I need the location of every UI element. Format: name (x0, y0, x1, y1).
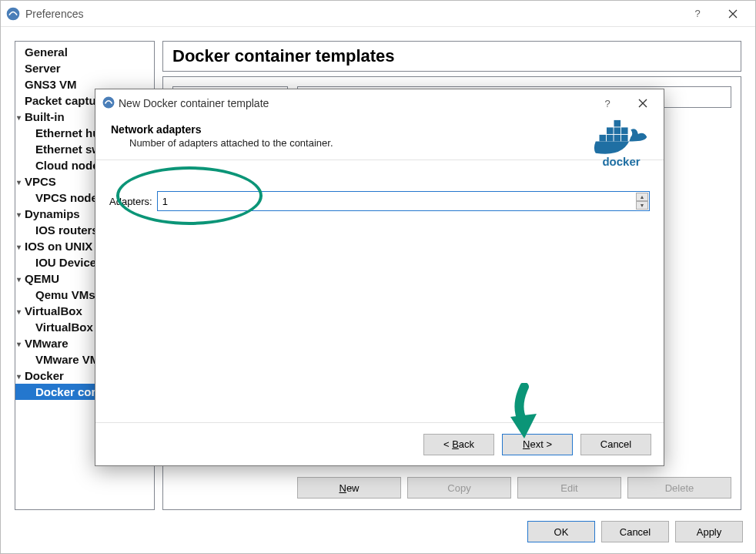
sidebar-item-label: VMware (25, 337, 69, 350)
svg-rect-8 (621, 127, 628, 134)
adapters-input[interactable] (158, 192, 649, 210)
back-button[interactable]: < Back (423, 434, 494, 455)
new-button[interactable]: New (297, 477, 401, 499)
sidebar-item-label: IOS on UNIX (25, 240, 92, 253)
prefs-title: Preferences (25, 8, 83, 20)
close-icon[interactable] (715, 2, 751, 25)
app-icon (5, 6, 21, 22)
copy-button[interactable]: Copy (407, 477, 511, 499)
chevron-down-icon: ▾ (17, 307, 25, 316)
svg-rect-4 (614, 135, 621, 142)
dialog-help-icon[interactable]: ? (590, 92, 625, 115)
svg-rect-6 (607, 127, 614, 134)
stepper-down-icon[interactable]: ▼ (636, 201, 648, 210)
svg-rect-7 (614, 127, 621, 134)
sidebar-item-label: Docker (25, 369, 64, 382)
delete-button[interactable]: Delete (627, 477, 731, 499)
chevron-down-icon: ▾ (17, 275, 25, 284)
sidebar-item-label: Qemu VMs (35, 288, 95, 301)
sidebar-item-label: Dynamips (25, 207, 80, 220)
modal-cancel-button[interactable]: Cancel (580, 434, 651, 455)
ok-button[interactable]: OK (527, 521, 595, 542)
adapters-stepper[interactable]: ▲ ▼ (157, 191, 650, 211)
chevron-down-icon: ▾ (17, 340, 25, 348)
chevron-down-icon: ▾ (17, 243, 25, 251)
app-icon (102, 96, 115, 112)
svg-rect-5 (621, 135, 628, 142)
next-button[interactable]: Next > (502, 434, 573, 455)
chevron-down-icon: ▾ (17, 113, 25, 122)
docker-logo: docker (591, 119, 651, 168)
sidebar-item-label: GNS3 VM (25, 78, 77, 91)
dialog-title: New Docker container template (119, 97, 269, 109)
sidebar-item-label: VPCS (25, 175, 56, 188)
dialog-close-icon[interactable] (625, 92, 661, 115)
prefs-titlebar: Preferences ? (1, 1, 755, 27)
sidebar-item-label: VPCS nodes (35, 191, 104, 204)
stepper-up-icon[interactable]: ▲ (636, 193, 648, 201)
sidebar-item-label: General (25, 45, 68, 59)
help-icon[interactable]: ? (680, 2, 715, 25)
page-title: Docker container templates (172, 46, 731, 66)
sidebar-item-label: VirtualBox (25, 304, 82, 317)
dialog-subheading: Number of adapters attached to the conta… (129, 137, 650, 149)
svg-rect-9 (614, 120, 621, 127)
chevron-down-icon: ▾ (17, 210, 25, 219)
svg-point-0 (7, 7, 20, 20)
dialog-heading: Network adapters (111, 123, 650, 136)
svg-rect-3 (607, 135, 614, 142)
sidebar-item-label: QEMU (25, 272, 59, 285)
prefs-cancel-button[interactable]: Cancel (601, 521, 669, 542)
page-title-box: Docker container templates (162, 41, 741, 72)
sidebar-item-server[interactable]: Server (15, 60, 154, 76)
sidebar-item-label: Built-in (25, 110, 65, 123)
svg-point-1 (103, 96, 115, 108)
sidebar-item-label: Server (25, 62, 61, 75)
svg-rect-2 (600, 135, 607, 142)
apply-button[interactable]: Apply (675, 521, 743, 542)
sidebar-item-label: IOS routers (35, 223, 99, 237)
chevron-down-icon: ▾ (17, 372, 25, 381)
adapters-label: Adapters: (109, 196, 152, 207)
sidebar-item-label: IOU Devices (35, 256, 103, 269)
chevron-down-icon: ▾ (17, 178, 25, 186)
new-docker-template-dialog: New Docker container template ? Network … (95, 89, 664, 466)
sidebar-item-general[interactable]: General (15, 44, 154, 60)
edit-button[interactable]: Edit (517, 477, 621, 499)
